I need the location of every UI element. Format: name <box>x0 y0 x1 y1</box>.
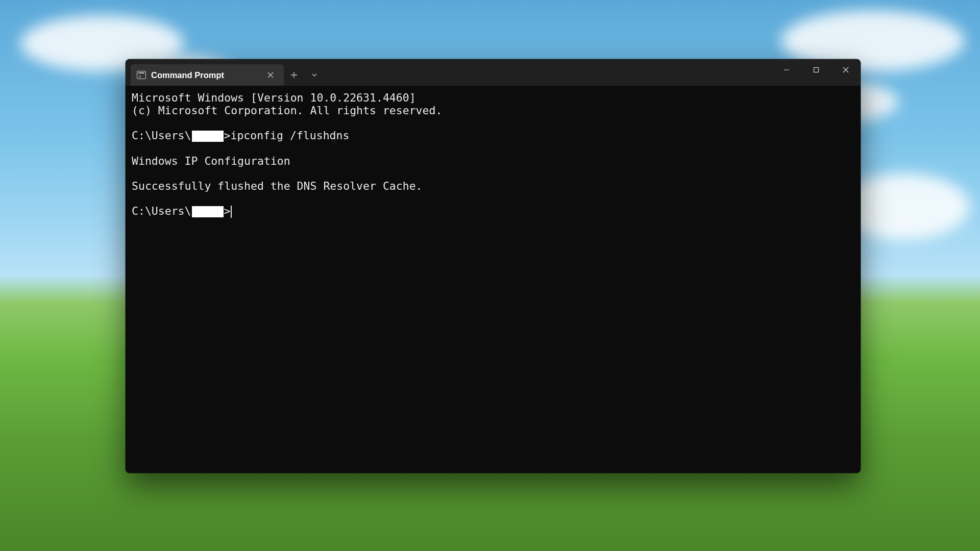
redacted-username <box>192 131 224 142</box>
prompt-line: C:\Users\> <box>132 205 854 218</box>
prompt-suffix: > <box>224 205 231 218</box>
minimize-button[interactable] <box>772 59 801 81</box>
tab-command-prompt[interactable]: Command Prompt <box>131 64 284 86</box>
output-line: Windows IP Configuration <box>132 155 854 168</box>
prompt-prefix: C:\Users\ <box>132 205 191 218</box>
maximize-button[interactable] <box>801 59 831 81</box>
blank-line <box>132 142 854 155</box>
close-window-button[interactable] <box>831 59 861 81</box>
close-icon <box>267 72 274 78</box>
banner-line: Microsoft Windows [Version 10.0.22631.44… <box>132 92 854 105</box>
prompt-prefix: C:\Users\ <box>132 130 191 142</box>
text-cursor <box>231 206 232 218</box>
chevron-down-icon <box>311 72 317 78</box>
prompt-suffix: > <box>224 130 231 142</box>
terminal-window: Command Prompt Microsoft Windows [Versio… <box>126 59 861 473</box>
svg-rect-0 <box>814 68 819 72</box>
prompt-line: C:\Users\>ipconfig /flushdns <box>132 130 854 142</box>
maximize-icon <box>813 67 819 73</box>
terminal-output[interactable]: Microsoft Windows [Version 10.0.22631.44… <box>126 86 861 473</box>
plus-icon <box>290 71 298 79</box>
new-tab-button[interactable] <box>284 64 304 86</box>
minimize-icon <box>783 67 790 73</box>
blank-line <box>132 117 854 130</box>
tab-title: Command Prompt <box>151 70 224 80</box>
command-prompt-icon <box>137 71 146 79</box>
output-line: Successfully flushed the DNS Resolver Ca… <box>132 180 854 193</box>
banner-line: (c) Microsoft Corporation. All rights re… <box>132 105 854 117</box>
command-text: ipconfig /flushdns <box>230 130 349 142</box>
close-icon <box>843 67 849 73</box>
titlebar[interactable]: Command Prompt <box>126 59 861 86</box>
redacted-username <box>192 206 224 217</box>
blank-line <box>132 167 854 180</box>
tab-dropdown-button[interactable] <box>304 64 325 86</box>
window-controls <box>772 59 861 86</box>
blank-line <box>132 193 854 206</box>
tab-close-button[interactable] <box>263 68 278 82</box>
